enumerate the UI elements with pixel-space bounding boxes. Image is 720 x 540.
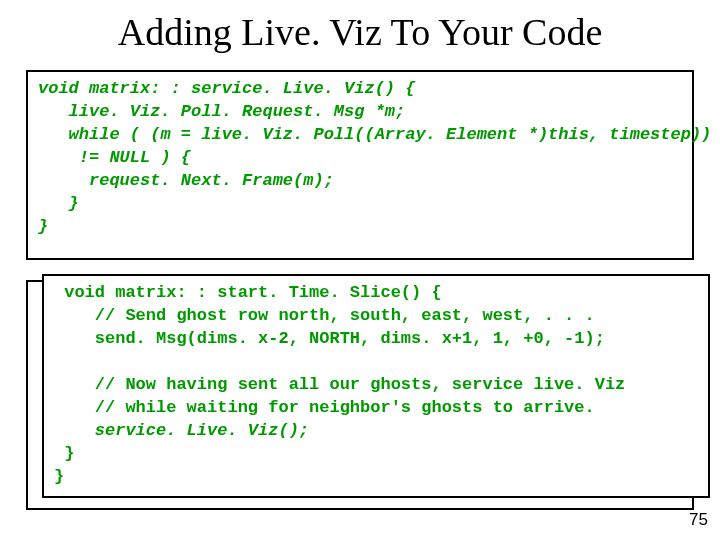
code-line: void matrix: : start. Time. Slice() { (54, 283, 442, 302)
code-line: service. Live. Viz(); (54, 421, 309, 440)
code-line: != NULL ) { (38, 148, 191, 167)
code-line: live. Viz. Poll. Request. Msg *m; (38, 102, 405, 121)
code-line: request. Next. Frame(m); (38, 171, 334, 190)
code-block-2: void matrix: : start. Time. Slice() { //… (42, 274, 710, 498)
code-line: } (38, 194, 79, 213)
code-line: send. Msg(dims. x-2, NORTH, dims. x+1, 1… (54, 329, 605, 348)
code-line: } (38, 217, 48, 236)
code-line: void matrix: : service. Live. Viz() { (38, 79, 415, 98)
code-line: while ( (m = live. Viz. Poll((Array. Ele… (38, 125, 711, 144)
code-line: } (54, 467, 64, 486)
code-block-1: void matrix: : service. Live. Viz() { li… (26, 70, 694, 260)
code-line: } (54, 444, 74, 463)
code-line: // Now having sent all our ghosts, servi… (54, 375, 625, 394)
code-line: // Send ghost row north, south, east, we… (54, 306, 595, 325)
page-number: 75 (689, 510, 708, 530)
code-line: // while waiting for neighbor's ghosts t… (54, 398, 595, 417)
slide-title: Adding Live. Viz To Your Code (0, 0, 720, 58)
